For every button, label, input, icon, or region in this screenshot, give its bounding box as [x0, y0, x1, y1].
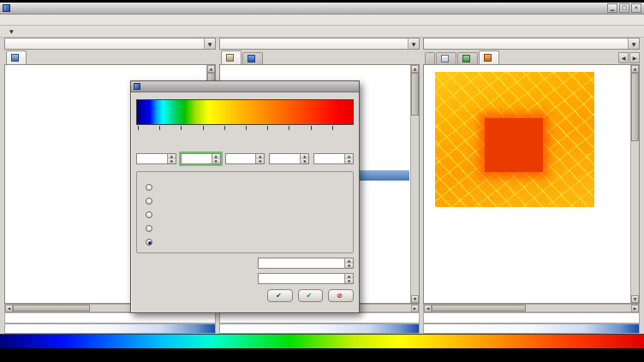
- whiten-spinbox[interactable]: ▲▼: [258, 273, 354, 284]
- scroll-thumb[interactable]: [631, 73, 639, 141]
- topology-icon: [484, 54, 492, 62]
- scroll-down-icon[interactable]: ▼: [631, 295, 639, 303]
- spin-buttons[interactable]: ▲▼: [344, 258, 353, 268]
- chevron-down-icon[interactable]: ▼: [628, 39, 639, 49]
- topology-icon: [462, 55, 470, 62]
- scroll-track[interactable]: [526, 305, 631, 312]
- spin-down-icon[interactable]: ▼: [345, 159, 353, 164]
- system-scale-strip: [423, 323, 640, 334]
- radio-linear[interactable]: [146, 181, 344, 194]
- app-icon: [3, 4, 10, 12]
- lighten-spinbox[interactable]: ▲▼: [258, 258, 354, 269]
- colormap-legend: [0, 334, 644, 348]
- spin-value: [259, 258, 344, 268]
- menu-help[interactable]: [34, 19, 43, 21]
- color-stop-labels: [136, 145, 354, 153]
- minimize-button[interactable]: ▁: [607, 3, 617, 13]
- restore-setting-button[interactable]: ▼: [4, 27, 16, 35]
- spin-buttons[interactable]: ▲▼: [255, 154, 264, 163]
- tab-metric-tree[interactable]: [6, 50, 27, 64]
- scroll-track[interactable]: [411, 116, 419, 295]
- color-stop-spinboxes: ▲▼ ▲▼ ▲▼ ▲▼ ▲▼: [136, 153, 354, 164]
- save-settings-button[interactable]: [25, 31, 30, 33]
- scroll-thumb[interactable]: [13, 305, 90, 312]
- chevron-down-icon[interactable]: ▼: [204, 39, 215, 49]
- cancel-button[interactable]: ⊘: [328, 289, 354, 302]
- call-value-mode-combo[interactable]: ▼: [219, 38, 420, 50]
- tab-app-256x256[interactable]: [479, 50, 499, 64]
- menu-file[interactable]: [3, 19, 12, 21]
- radio-exponential-2[interactable]: [146, 235, 344, 249]
- whiten-row: ▲▼: [136, 273, 354, 284]
- radio-icon: [146, 198, 152, 205]
- cancel-icon: ⊘: [337, 292, 343, 300]
- close-button[interactable]: ×: [631, 3, 641, 13]
- titlebar[interactable]: ▁ □ ×: [0, 3, 644, 15]
- green-at-spinbox[interactable]: ▲▼: [225, 153, 265, 164]
- system-value-mode-combo[interactable]: ▼: [423, 38, 640, 50]
- system-vscrollbar[interactable]: ▲ ▼: [630, 65, 639, 303]
- scroll-up-icon[interactable]: ▲: [411, 65, 419, 73]
- ok-button[interactable]: ✔: [267, 289, 293, 302]
- spin-value: [182, 154, 212, 163]
- spin-down-icon[interactable]: ▼: [301, 159, 308, 164]
- tab-scroll-left-button[interactable]: ◀: [618, 52, 629, 63]
- scroll-track[interactable]: [631, 141, 639, 295]
- check-icon: ✔: [307, 292, 313, 300]
- scroll-up-icon[interactable]: ▲: [207, 65, 215, 73]
- spin-down-icon[interactable]: ▼: [256, 159, 264, 164]
- scroll-thumb[interactable]: [411, 73, 419, 116]
- radio-quadratic-1[interactable]: [146, 194, 344, 208]
- tab-call-tree[interactable]: [221, 50, 242, 64]
- spin-down-icon[interactable]: ▼: [345, 279, 353, 284]
- call-tree-icon: [226, 54, 234, 62]
- start-at-label: [136, 145, 176, 153]
- radio-exponential-1[interactable]: [146, 222, 344, 235]
- toolbar: ▼: [0, 26, 644, 38]
- tab-flat-view[interactable]: [242, 52, 263, 64]
- radio-icon: [146, 184, 152, 191]
- system-hscrollbar[interactable]: ◀ ▶: [423, 304, 640, 312]
- scroll-down-icon[interactable]: ▼: [411, 295, 419, 303]
- radio-quadratic-2[interactable]: [146, 208, 344, 222]
- scroll-left-icon[interactable]: ◀: [424, 305, 432, 312]
- scroll-right-icon[interactable]: ▶: [631, 305, 639, 312]
- end-at-spinbox[interactable]: ▲▼: [313, 153, 354, 164]
- scroll-thumb[interactable]: [432, 305, 526, 312]
- spin-buttons[interactable]: ▲▼: [300, 154, 308, 163]
- metric-value-mode-combo[interactable]: ▼: [4, 38, 216, 50]
- yellow-at-label: [269, 145, 309, 153]
- spin-down-icon[interactable]: ▼: [212, 159, 220, 164]
- topology-heatmap[interactable]: [435, 72, 594, 207]
- menu-plugins[interactable]: [24, 19, 33, 21]
- cyan-at-spinbox[interactable]: ▲▼: [181, 153, 221, 164]
- apply-button[interactable]: ✔: [298, 289, 324, 302]
- scroll-left-icon[interactable]: ◀: [5, 305, 13, 312]
- spin-buttons[interactable]: ▲▼: [344, 274, 353, 283]
- spin-down-icon[interactable]: ▼: [345, 264, 353, 269]
- scroll-right-icon[interactable]: ▶: [411, 305, 419, 312]
- spin-buttons[interactable]: ▲▼: [212, 154, 220, 163]
- tab-boxplot[interactable]: [436, 52, 456, 64]
- tab-system-tree[interactable]: [425, 52, 435, 64]
- chevron-down-icon[interactable]: ▼: [408, 39, 419, 49]
- topology-view: ▲ ▼: [423, 64, 640, 304]
- dialog-titlebar[interactable]: [131, 81, 359, 92]
- start-at-spinbox[interactable]: ▲▼: [136, 153, 176, 164]
- tab-scroll-right-button[interactable]: ▶: [629, 52, 640, 63]
- spin-buttons[interactable]: ▲▼: [344, 154, 353, 163]
- radio-icon: [146, 225, 152, 232]
- colormap-scale-labels: [136, 130, 354, 138]
- menu-display[interactable]: [14, 19, 22, 21]
- maximize-button[interactable]: □: [619, 3, 629, 13]
- spin-buttons[interactable]: ▲▼: [167, 154, 176, 163]
- flat-view-icon: [247, 55, 255, 62]
- spin-down-icon[interactable]: ▼: [168, 159, 176, 164]
- color-settings-dialog: ▲▼ ▲▼ ▲▼ ▲▼ ▲▼: [130, 80, 360, 313]
- tab-bg-p-xyzt[interactable]: [457, 52, 478, 64]
- scroll-up-icon[interactable]: ▲: [631, 65, 639, 73]
- call-vscrollbar[interactable]: ▲ ▼: [410, 65, 419, 303]
- yellow-at-spinbox[interactable]: ▲▼: [269, 153, 309, 164]
- dialog-icon: [134, 83, 140, 90]
- spin-value: [137, 154, 167, 163]
